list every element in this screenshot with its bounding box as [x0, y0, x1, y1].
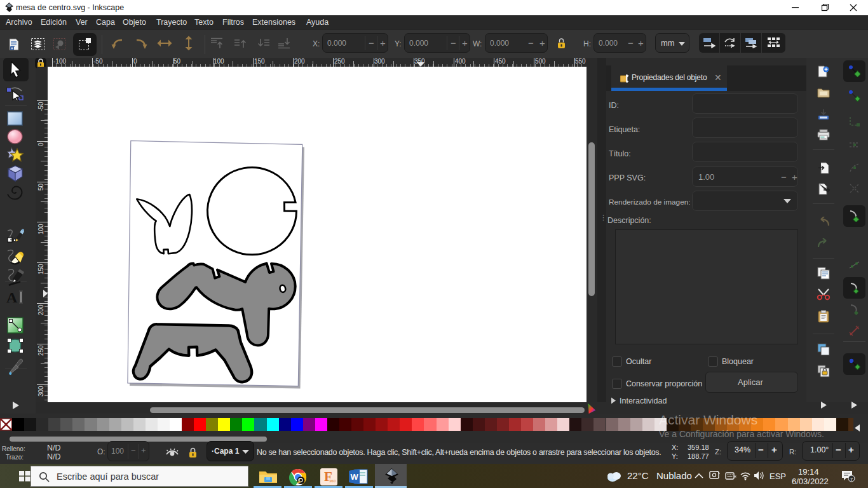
svg-text:W: W	[351, 472, 359, 482]
svg-text:A: A	[6, 289, 18, 306]
svg-text:7: 7	[850, 477, 853, 482]
